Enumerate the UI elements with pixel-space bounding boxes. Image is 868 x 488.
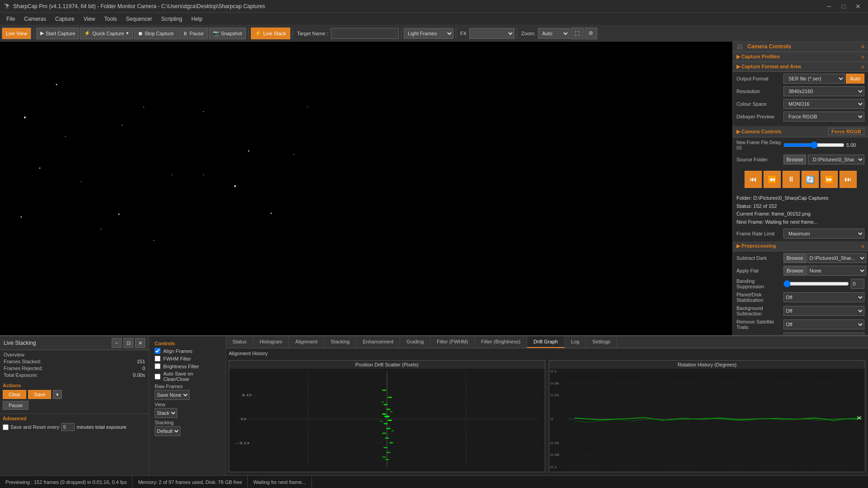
transport-prev-btn[interactable]: ⏪: [764, 171, 781, 188]
quick-capture-button[interactable]: ⚡ Quick Capture ▾: [80, 28, 132, 39]
pause-button[interactable]: ⏸ Pause: [179, 28, 208, 39]
output-format-select[interactable]: SER file (*.ser): [783, 74, 845, 84]
output-format-label: Output Format: [736, 76, 782, 81]
pause-stack-button[interactable]: Pause: [3, 401, 28, 410]
snapshot-button[interactable]: 📷 Snapshot: [209, 28, 246, 39]
banding-suppression-input[interactable]: [851, 279, 864, 289]
close-button[interactable]: ✕: [852, 0, 864, 13]
resolution-select[interactable]: 3840x2160: [783, 86, 864, 96]
capture-profiles-menu[interactable]: ≡: [862, 54, 864, 60]
status-label: Status:: [736, 203, 752, 209]
banding-suppression-slider[interactable]: [783, 281, 849, 287]
satellite-trails-select[interactable]: Off: [783, 319, 864, 329]
apply-flat-browse-btn[interactable]: Browse: [783, 266, 807, 276]
live-stack-undock-btn[interactable]: ⊡: [123, 338, 133, 348]
planet-disk-stab-select[interactable]: Off: [783, 292, 864, 302]
menu-view[interactable]: View: [79, 14, 100, 24]
camera-controls-panel: 🎥 Camera Controls ≡ ▶ Capture Profiles ≡…: [732, 42, 868, 335]
menu-cameras[interactable]: Cameras: [19, 14, 51, 24]
output-format-auto-btn[interactable]: Auto: [846, 74, 864, 84]
svg-point-47: [381, 402, 384, 403]
transport-first-btn[interactable]: ⏮: [745, 171, 762, 188]
stacking-select[interactable]: Default: [155, 426, 180, 436]
settings-button[interactable]: ⚙: [585, 28, 597, 39]
tab-status[interactable]: Status: [226, 336, 253, 348]
live-stack-button[interactable]: ⚡ Live Stack: [251, 28, 290, 39]
live-view-button[interactable]: Live View: [2, 28, 31, 39]
source-folder-select[interactable]: D:\Pictures\0_Sharp...: [808, 155, 864, 164]
tab-filter-fwhm[interactable]: Filter (FWHM): [430, 336, 475, 348]
fwhm-filter-label: FWHM Filter: [163, 356, 191, 361]
start-capture-button[interactable]: ▶ Start Capture: [36, 28, 79, 39]
tab-stacking[interactable]: Stacking: [324, 336, 356, 348]
apply-flat-select[interactable]: None: [807, 266, 866, 276]
save-reset-minutes[interactable]: [61, 423, 75, 431]
frame-rate-limit-row: Frame Rate Limit Maximum: [733, 229, 868, 239]
menu-tools[interactable]: Tools: [100, 14, 122, 24]
bg-subtraction-select[interactable]: Off: [783, 306, 864, 316]
tab-drift-graph[interactable]: Drift Graph: [527, 336, 565, 348]
raw-frames-select[interactable]: Save None: [155, 390, 189, 400]
maximize-button[interactable]: □: [837, 0, 850, 13]
transport-next-btn[interactable]: ⏩: [821, 171, 838, 188]
tab-settings[interactable]: Settings: [586, 336, 617, 348]
clear-button[interactable]: Clear: [3, 390, 26, 399]
tab-enhancement[interactable]: Enhancement: [356, 336, 400, 348]
colour-space-label: Colour Space: [736, 101, 782, 107]
tab-guiding[interactable]: Guiding: [400, 336, 430, 348]
tab-histogram[interactable]: Histogram: [253, 336, 289, 348]
preprocessing-menu[interactable]: ≡: [862, 244, 864, 249]
svg-point-42: [389, 442, 394, 443]
zoom-dropdown[interactable]: Auto: [538, 28, 570, 39]
colour-space-select[interactable]: MONO16: [783, 99, 864, 109]
chart1-title: Position Drift Scatter (Pixels): [229, 361, 545, 369]
source-folder-browse-btn[interactable]: Browse: [783, 155, 806, 164]
capture-profiles-label: Capture Profiles: [741, 54, 780, 59]
svg-point-36: [384, 416, 390, 418]
view-select[interactable]: Stack: [155, 408, 177, 418]
subtract-dark-browse-btn[interactable]: Browse: [783, 253, 807, 263]
target-name-input[interactable]: [331, 28, 399, 39]
new-frame-delay-row: New Frame File Delay (s) 5.00: [733, 137, 868, 150]
stop-capture-button[interactable]: ⏹ Stop Capture: [134, 28, 178, 39]
window-controls: ─ □ ✕: [823, 0, 864, 13]
brightness-filter-checkbox[interactable]: [155, 363, 160, 369]
save-button[interactable]: Save: [28, 390, 51, 399]
menu-sequencer[interactable]: Sequencer: [122, 14, 157, 24]
menu-scripting[interactable]: Scripting: [157, 14, 187, 24]
live-stack-minus-btn[interactable]: −: [112, 338, 122, 348]
zoom-fit-button[interactable]: ⛶: [571, 28, 584, 39]
svg-point-46: [385, 459, 389, 460]
brightness-filter-label: Brightness Filter: [163, 364, 199, 369]
align-frames-checkbox[interactable]: [155, 348, 160, 354]
tab-alignment[interactable]: Alignment: [289, 336, 324, 348]
menu-help[interactable]: Help: [187, 14, 207, 24]
auto-save-checkbox[interactable]: [155, 374, 160, 380]
minimize-button[interactable]: ─: [823, 0, 835, 13]
save-reset-label: Save and Reset every: [10, 424, 59, 430]
new-frame-delay-slider[interactable]: [783, 142, 844, 148]
light-frames-dropdown[interactable]: Light Frames: [404, 28, 453, 39]
fwhm-filter-checkbox[interactable]: [155, 356, 160, 361]
controls-title: Controls: [155, 341, 220, 346]
capture-format-menu[interactable]: ≡: [862, 64, 864, 70]
transport-last-btn[interactable]: ⏭: [840, 171, 857, 188]
save-dropdown-btn[interactable]: ▾: [53, 390, 62, 399]
live-stack-close-btn[interactable]: ✕: [135, 338, 145, 348]
tab-filter-brightness[interactable]: Filter (Brightness): [475, 336, 527, 348]
menu-file[interactable]: File: [2, 14, 19, 24]
camera-controls-menu-icon[interactable]: ≡: [861, 43, 864, 50]
toolbar-separator-3: [292, 28, 293, 39]
frame-rate-limit-select[interactable]: Maximum: [783, 229, 864, 239]
subtract-dark-select[interactable]: D:\Pictures\0_Shar...: [807, 253, 866, 263]
menu-capture[interactable]: Capture: [51, 14, 79, 24]
tab-log[interactable]: Log: [565, 336, 586, 348]
svg-point-17: [293, 154, 294, 155]
save-reset-checkbox[interactable]: [3, 424, 9, 430]
debayer-preview-select[interactable]: Force RGGB: [783, 112, 864, 122]
save-reset-suffix: minutes total exposure: [76, 424, 127, 430]
transport-refresh-btn[interactable]: 🔄: [802, 171, 819, 188]
fx-dropdown[interactable]: [469, 28, 514, 39]
chart-area: Position Drift Scatter (Pixels) -10: [226, 357, 868, 475]
transport-pause-btn[interactable]: ⏸: [783, 171, 800, 188]
